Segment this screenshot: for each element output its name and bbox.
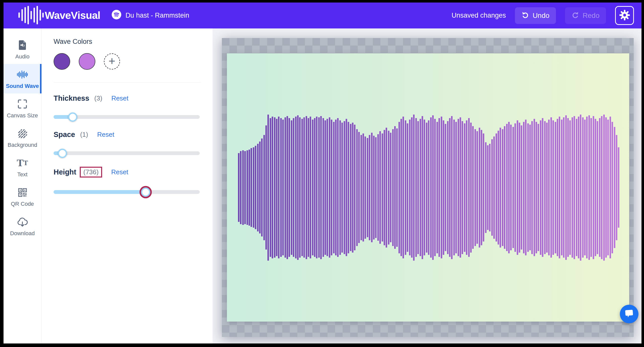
waveform-bar [369,135,370,240]
editor-stage [213,28,641,343]
waveform-bar [590,118,592,257]
waveform-bar [464,123,465,252]
slider-track[interactable] [54,190,200,194]
waveform-bar [293,118,294,257]
slider-thumb[interactable] [141,187,150,197]
wave-color-swatch[interactable] [79,53,95,70]
waveform-bar [614,127,615,248]
waveform-bar [411,117,413,258]
settings-button[interactable] [615,6,634,25]
undo-button[interactable]: Undo [515,7,556,24]
text-icon: TT [17,157,28,169]
waveform-bar [552,120,554,255]
sidebar-item-audio[interactable]: Audio [4,34,41,64]
waveform-bar [502,129,503,246]
waveform-bar [466,120,467,255]
sidebar-item-canvas-size[interactable]: Canvas Size [4,93,41,123]
waveform-bar [506,124,508,251]
waveform-bar [310,117,311,258]
waveform-bar [498,131,499,245]
waveform-bar [449,118,451,257]
waveform-bar [261,138,263,236]
waveform-bar [481,130,482,245]
waveform-bar [496,133,497,241]
waveform-bar [474,129,476,246]
waveform-bar [301,119,303,256]
waveform-bar [565,115,567,260]
sidebar-item-download[interactable]: Download [4,211,41,241]
waveform-bar [540,120,541,255]
waveform-bar [297,115,299,260]
selected-indicator [40,64,42,93]
slider-label-row: Space(1)Reset [54,130,201,139]
waveform-bar [278,117,279,258]
waveform-bar [563,117,565,258]
waveform-bar [559,117,560,258]
brand[interactable]: WaveVisual [18,6,100,26]
plus-icon: + [109,55,115,67]
waveform-bar [569,120,571,255]
track-title: Du hast - Rammstein [126,12,189,19]
waveform-bar [285,117,286,258]
reset-link[interactable]: Reset [111,94,129,102]
waveform-bar [417,121,419,254]
waveform-bar [544,121,546,254]
waveform-bar [576,119,577,256]
add-color-button[interactable]: + [104,53,120,70]
waveform-bar [323,118,324,257]
waveform-bar [432,115,434,260]
audio-file-icon [17,39,28,51]
redo-button[interactable]: Redo [565,7,606,24]
waveform-bar [274,117,275,258]
slider-group-space: Space(1)Reset [54,130,201,155]
sidebar-item-qr-code[interactable]: QR Code [4,182,41,211]
slider-track[interactable] [54,151,200,155]
waveform-bar [586,117,588,258]
sidebar-item-background[interactable]: Background [4,123,41,152]
waveform-bar [379,131,381,244]
chat-support-button[interactable] [620,305,638,323]
content-row: AudioSound WaveCanvas SizeBackgroundTTTe… [4,28,641,343]
slider-group-height: Height(736)Reset [54,167,201,194]
slider-value: (1) [80,131,88,138]
waveform-bar [299,117,301,258]
transparency-checkerboard [222,38,634,337]
wave-color-swatch[interactable] [54,53,70,70]
design-canvas[interactable] [227,53,629,322]
slider-thumb[interactable] [58,149,67,158]
waveform-bar [377,134,379,241]
waveform-bar [483,133,484,241]
wavevisual-logo-icon [18,6,44,26]
top-bar: WaveVisual Du hast - Rammstein Unsaved c… [4,3,641,28]
waveform-bar [487,145,489,230]
slider-track[interactable] [54,115,200,119]
redo-label: Redo [583,12,599,20]
waveform-bar [584,120,586,255]
sidebar-item-label: Text [17,171,27,178]
settings-panel: Wave Colors + Thickness(3)ResetSpace(1)R… [42,28,213,343]
waveform-bar [510,125,512,250]
canvas-size-icon [17,98,28,110]
waveform-bar [436,122,438,253]
waveform-bar [455,122,457,253]
reset-link[interactable]: Reset [111,168,128,176]
sidebar-item-sound-wave[interactable]: Sound Wave [4,64,41,93]
waveform-bar [468,118,470,257]
waveform-bar [593,116,594,259]
slider-thumb[interactable] [68,112,77,122]
unsaved-changes-status: Unsaved changes [452,12,506,19]
brand-name: WaveVisual [45,10,100,21]
sidebar-item-label: Canvas Size [7,112,38,119]
waveform-bar [441,117,442,258]
waveform-bar [339,120,341,255]
waveform-bar [445,124,446,251]
sidebar-item-text[interactable]: TTText [4,152,41,182]
undo-icon [521,11,529,20]
waveform-bar [508,122,510,253]
waveform-bar [597,121,598,254]
reset-link[interactable]: Reset [97,131,114,138]
waveform-bar [354,125,355,250]
waveform-bar [265,125,267,250]
waveform-bar [257,144,259,231]
waveform-bar [303,117,305,258]
